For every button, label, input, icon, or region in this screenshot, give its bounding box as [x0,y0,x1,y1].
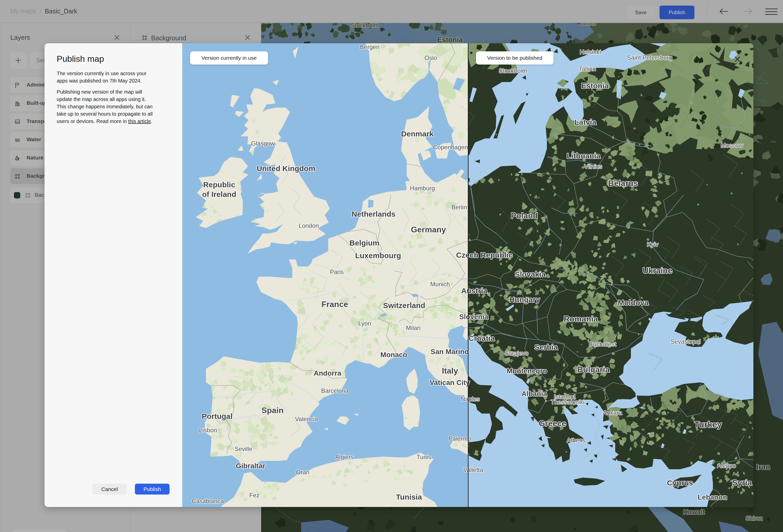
svg-text:Vilnius: Vilnius [584,163,602,170]
svg-text:Belarus: Belarus [608,179,638,188]
svg-text:Slovakia: Slovakia [515,270,545,278]
svg-text:Oslo: Oslo [425,55,437,61]
svg-text:Bucharest: Bucharest [589,341,616,347]
svg-text:Slovenia: Slovenia [459,313,489,321]
svg-text:Gibraltar: Gibraltar [236,462,265,470]
svg-text:Turkey: Turkey [694,419,722,429]
svg-text:Hamburg: Hamburg [410,185,435,192]
svg-text:Ukraine: Ukraine [643,266,672,275]
svg-text:Iran: Iran [756,463,770,471]
svg-text:Lithuania: Lithuania [567,152,600,160]
svg-text:Fez: Fez [249,492,259,499]
svg-text:Moscow: Moscow [721,142,743,149]
svg-text:Hungary: Hungary [509,295,540,304]
svg-text:Luxembourg: Luxembourg [355,251,401,260]
svg-text:Spain: Spain [261,406,283,415]
svg-text:Palermo: Palermo [448,435,471,442]
svg-text:United Kingdom: United Kingdom [257,164,315,173]
svg-text:Estonia: Estonia [581,82,609,90]
svg-text:Saint Petersburg: Saint Petersburg [627,54,672,61]
svg-text:of Ireland: of Ireland [202,190,236,198]
svg-text:Kuwait: Kuwait [683,508,705,516]
svg-text:Oran: Oran [296,469,309,475]
svg-text:Denmark: Denmark [401,130,434,138]
svg-text:Thessaloniki: Thessaloniki [551,399,584,405]
svg-text:Bulgaria: Bulgaria [577,365,609,374]
svg-text:Tallinn: Tallinn [579,65,596,72]
svg-text:Sarajevo: Sarajevo [505,350,529,356]
svg-text:London: London [299,222,319,229]
svg-text:Kyiv: Kyiv [647,241,658,248]
svg-text:Glasgow: Glasgow [251,140,275,147]
svg-text:Monaco: Monaco [380,351,407,358]
svg-text:Lebanon: Lebanon [698,493,727,501]
svg-text:Athens: Athens [567,437,586,444]
svg-text:Aleppo: Aleppo [717,462,736,469]
svg-text:Italy: Italy [442,366,458,375]
svg-text:Switzerland: Switzerland [383,301,426,310]
svg-text:Casablanca: Casablanca [192,498,224,504]
svg-text:Vatican City: Vatican City [430,379,470,386]
svg-text:Croatia: Croatia [468,334,495,342]
svg-text:Czech Republic: Czech Republic [456,251,512,259]
svg-text:Copenhagen: Copenhagen [433,144,468,151]
svg-text:Austria: Austria [461,286,488,295]
svg-text:Valletta: Valletta [463,466,483,473]
svg-text:Stockholm: Stockholm [499,67,527,74]
svg-text:Cyprus: Cyprus [667,478,693,487]
svg-text:Republic: Republic [203,181,236,189]
svg-text:Algiers: Algiers [335,453,353,460]
svg-text:Ankara: Ankara [603,409,622,416]
svg-text:Serbia: Serbia [534,343,558,351]
svg-text:Seville: Seville [234,445,253,452]
svg-text:Bergen: Bergen [360,43,379,50]
svg-text:Greece: Greece [539,419,566,428]
svg-text:France: France [322,300,348,309]
svg-text:Munich: Munich [430,281,450,287]
svg-text:Barcelona: Barcelona [321,387,349,394]
svg-text:Lyon: Lyon [358,320,371,327]
svg-text:Netherlands: Netherlands [351,210,395,218]
svg-text:Tunis: Tunis [416,453,431,460]
svg-text:Belgium: Belgium [349,239,379,247]
svg-text:Naples: Naples [461,396,480,402]
svg-text:Estonia: Estonia [437,36,463,43]
svg-text:Andorra: Andorra [314,369,341,377]
svg-text:Valencia: Valencia [295,415,318,423]
svg-text:Milan: Milan [406,324,420,331]
svg-text:Berlin: Berlin [451,204,467,211]
svg-text:Tunisia: Tunisia [396,493,422,501]
svg-text:Latvia: Latvia [574,118,596,126]
svg-text:Albania: Albania [521,390,547,398]
svg-text:Sevastopol: Sevastopol [670,338,701,345]
svg-text:Moldova: Moldova [618,299,649,307]
svg-text:San Marino: San Marino [431,348,469,355]
svg-text:Romania: Romania [564,314,598,323]
svg-text:Lisbon: Lisbon [199,427,217,434]
svg-text:Montenegro: Montenegro [507,367,547,375]
svg-text:Syria: Syria [732,478,752,487]
svg-text:Helsinki: Helsinki [580,49,601,56]
svg-text:Paris: Paris [330,269,344,275]
svg-text:Shiraz: Shiraz [746,515,763,522]
svg-text:Portugal: Portugal [202,412,232,420]
svg-text:Germany: Germany [411,225,446,234]
svg-text:Poland: Poland [511,211,538,220]
